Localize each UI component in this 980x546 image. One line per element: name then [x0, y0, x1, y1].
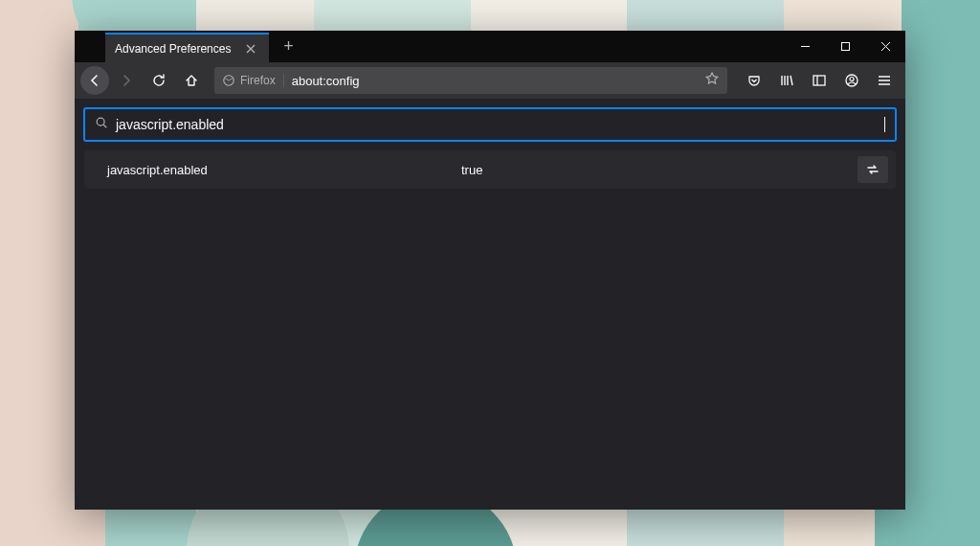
close-tab-icon[interactable] — [242, 40, 259, 57]
preference-search-box[interactable]: javascript.enabled — [84, 108, 896, 141]
preference-row[interactable]: javascript.enabled true — [84, 150, 896, 189]
site-identity[interactable]: Firefox — [222, 74, 284, 87]
forward-button[interactable] — [111, 66, 142, 95]
window-controls — [785, 31, 905, 62]
library-icon[interactable] — [771, 66, 802, 95]
bookmark-star-icon[interactable] — [704, 71, 720, 90]
nav-bar: Firefox about:config — [75, 62, 905, 99]
menu-icon[interactable] — [869, 66, 900, 95]
maximize-button[interactable] — [825, 31, 865, 62]
preference-name: javascript.enabled — [107, 163, 461, 177]
home-button[interactable] — [176, 66, 207, 95]
svg-rect-0 — [841, 43, 849, 51]
tab-title: Advanced Preferences — [115, 42, 231, 56]
svg-rect-2 — [813, 76, 825, 85]
close-window-button[interactable] — [865, 31, 905, 62]
active-tab[interactable]: Advanced Preferences — [105, 33, 269, 62]
search-icon — [95, 116, 108, 133]
reload-button[interactable] — [144, 66, 174, 95]
url-bar[interactable]: Firefox about:config — [214, 67, 727, 94]
pocket-icon[interactable] — [739, 66, 769, 95]
identity-label: Firefox — [240, 74, 276, 87]
url-text: about:config — [292, 74, 697, 88]
svg-point-4 — [850, 78, 854, 81]
minimize-button[interactable] — [785, 31, 825, 62]
search-input[interactable]: javascript.enabled — [116, 117, 885, 132]
toggle-icon — [865, 162, 880, 177]
browser-window: Advanced Preferences + Firefox — [75, 31, 905, 510]
tab-bar: Advanced Preferences + — [75, 31, 905, 62]
sidebar-icon[interactable] — [804, 66, 835, 95]
new-tab-button[interactable]: + — [273, 31, 303, 62]
toggle-button[interactable] — [858, 156, 888, 183]
preference-value: true — [461, 163, 858, 177]
svg-point-5 — [97, 118, 104, 125]
firefox-icon — [222, 74, 235, 87]
account-icon[interactable] — [836, 66, 867, 95]
content-area: javascript.enabled javascript.enabled tr… — [75, 99, 905, 510]
back-button[interactable] — [80, 66, 109, 95]
